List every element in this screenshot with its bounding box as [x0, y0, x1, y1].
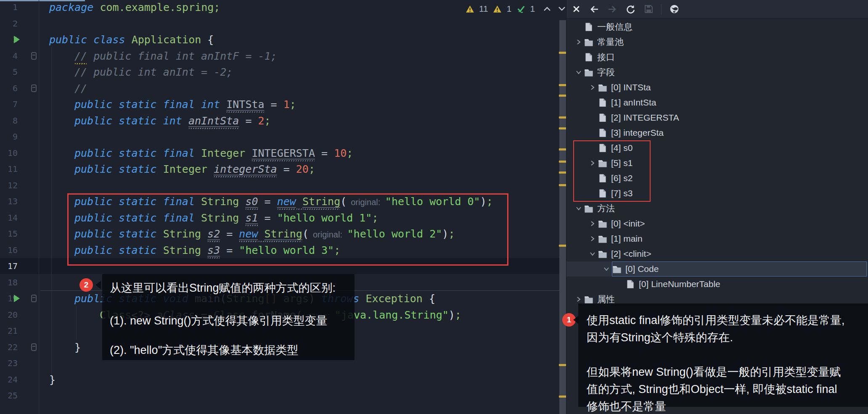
tree-row[interactable]: 常量池: [566, 34, 868, 50]
chevron-spacer: [615, 279, 626, 290]
warning-stripe-mark: [559, 161, 566, 163]
code-line-10[interactable]: public static final Integer INTEGERSTA =…: [0, 145, 634, 161]
run-gutter-icon[interactable]: [14, 295, 20, 302]
tree-item-label: [2] <clinit>: [611, 249, 651, 259]
code-token: {: [429, 293, 435, 305]
code-line-5[interactable]: // public int anInt = -2;: [0, 64, 634, 80]
code-line-6[interactable]: //: [0, 80, 634, 97]
code-highlight-rect: [67, 193, 508, 266]
chevron-spacer: [587, 97, 598, 108]
code-line-12[interactable]: [0, 177, 634, 194]
annotation-badge-2: 2: [79, 278, 93, 292]
tooltip-line: 值的方式, String也和Object一样, 即使被static final: [587, 381, 868, 398]
tree-row[interactable]: [3] integerSta: [566, 125, 868, 140]
tree-row-main: 接口: [584, 50, 615, 64]
editor-scrollbar-stripe[interactable]: [559, 20, 566, 414]
tree-item-label: [1] main: [611, 234, 643, 244]
chevron-down-icon[interactable]: [601, 264, 612, 274]
inspections-widget[interactable]: 11 1 1: [464, 2, 567, 16]
code-line-25[interactable]: [0, 388, 609, 404]
fold-marker-icon[interactable]: [31, 52, 37, 60]
tree-row[interactable]: [0] LineNumberTable: [566, 277, 868, 292]
tree-row[interactable]: 接口: [566, 50, 868, 65]
code-token: ;: [347, 147, 353, 159]
fold-marker-icon[interactable]: [31, 84, 37, 92]
fold-marker-icon[interactable]: [31, 343, 37, 351]
code-token: public class: [49, 34, 132, 46]
tree-row-main: [0] LineNumberTable: [626, 277, 720, 291]
save-icon[interactable]: [643, 4, 654, 15]
code-token: Integer: [163, 163, 214, 175]
warning-stripe-mark: [559, 84, 566, 86]
code-token: 10: [334, 147, 347, 159]
chevron-right-icon[interactable]: [573, 37, 584, 47]
refresh-icon[interactable]: [625, 4, 636, 15]
tree-item-label: 常量池: [597, 36, 624, 48]
tree-row[interactable]: [0] INTSta: [566, 80, 868, 95]
fold-marker-icon[interactable]: [31, 295, 37, 302]
code-token: //: [74, 48, 87, 64]
tree-row-main: [1] anIntSta: [598, 95, 656, 110]
code-token: integerSta: [214, 161, 277, 177]
tree-row[interactable]: [2] <clinit>: [566, 246, 868, 261]
code-line-3[interactable]: public class Application {: [0, 32, 609, 48]
chevron-down-icon[interactable]: [587, 248, 598, 259]
tree-row[interactable]: [1] anIntSta: [566, 95, 868, 110]
tree-row-main: [3] integerSta: [598, 126, 664, 140]
code-token: com.example.spring: [100, 1, 214, 13]
close-icon[interactable]: [571, 4, 582, 15]
code-token: ;: [214, 1, 220, 13]
tree-item-label: 字段: [597, 66, 615, 78]
typo-check-icon[interactable]: [516, 3, 527, 14]
tree-row-main: [0] <init>: [598, 216, 645, 231]
run-gutter-icon[interactable]: [14, 36, 20, 43]
tooltip-pointer: [95, 281, 101, 289]
warning-stripe-mark: [559, 245, 566, 247]
chevron-down-icon[interactable]: [573, 203, 584, 214]
back-icon[interactable]: [589, 4, 600, 15]
panel-toolbar: [566, 0, 868, 18]
code-line-24[interactable]: }: [0, 372, 609, 388]
code-token: public final int anIntF = -1;: [87, 50, 277, 62]
code-line-4[interactable]: // public final int anIntF = -1;: [0, 48, 634, 64]
tree-row-main: 常量池: [584, 35, 624, 49]
code-line-11[interactable]: public static Integer integerSta = 20;: [0, 161, 634, 177]
code-line-7[interactable]: public static final int INTSta = 1;: [0, 96, 634, 113]
code-token: anIntSta: [188, 113, 239, 129]
tree-row[interactable]: [2] INTEGERSTA: [566, 110, 868, 125]
prev-problem-button[interactable]: [542, 3, 553, 14]
code-token: =: [315, 147, 334, 159]
tree-row[interactable]: [0] <init>: [566, 216, 868, 231]
code-line-8[interactable]: public static int anIntSta = 2;: [0, 113, 634, 129]
tree-item-label: [3] integerSta: [611, 128, 664, 138]
tree-row[interactable]: 方法: [566, 201, 868, 216]
tree-row-main: [1] main: [598, 232, 643, 246]
chevron-right-icon[interactable]: [587, 218, 598, 229]
chevron-right-icon[interactable]: [587, 233, 598, 244]
warning-stripe-mark: [559, 127, 566, 129]
folder-icon: [584, 68, 593, 77]
warning-icon[interactable]: [492, 3, 503, 14]
code-token: ): [449, 309, 455, 321]
folder-icon: [584, 295, 593, 304]
chevron-down-icon[interactable]: [573, 67, 584, 78]
tree-row[interactable]: 一般信息: [566, 19, 868, 34]
globe-icon[interactable]: [669, 4, 680, 15]
typo-count: 1: [530, 4, 535, 14]
warning-stripe-mark: [559, 396, 566, 398]
file-icon: [584, 53, 593, 62]
chevron-spacer: [573, 52, 584, 63]
tree-row[interactable]: [0] Code: [566, 261, 868, 277]
tree-row[interactable]: 字段: [566, 65, 868, 80]
tree-highlight-rect: [573, 140, 651, 202]
chevron-right-icon[interactable]: [587, 82, 598, 93]
forward-icon[interactable]: [607, 4, 618, 15]
tooltip-line: 使用static final修饰的引用类型变量未必不能是常量,: [587, 312, 868, 329]
file-icon: [584, 22, 593, 32]
warning-weak-icon[interactable]: [464, 3, 475, 14]
tree-row[interactable]: [1] main: [566, 231, 868, 246]
tooltip-line: 从这里可以看出String赋值的两种方式的区别:: [110, 281, 355, 295]
code-line-9[interactable]: [0, 129, 634, 145]
warning-stripe-mark: [559, 184, 566, 186]
code-line-2[interactable]: [0, 16, 609, 32]
